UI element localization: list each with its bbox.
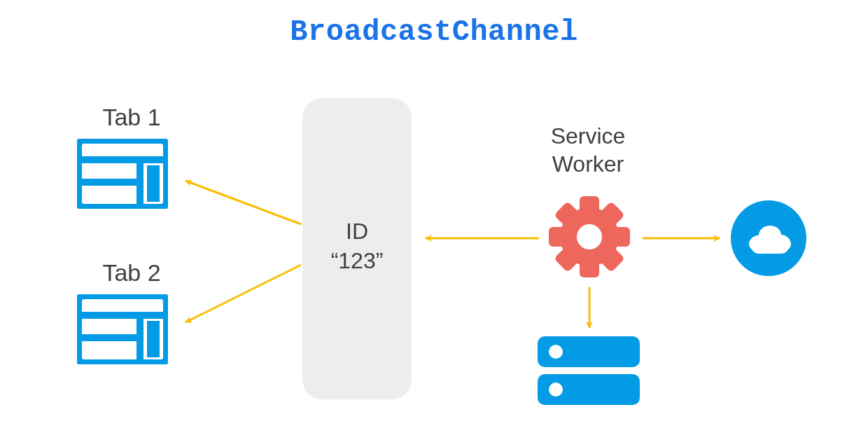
- service-worker-label-line-2: Worker: [552, 151, 624, 177]
- cloud-icon: [731, 200, 806, 276]
- svg-rect-9: [147, 321, 160, 357]
- channel-id-value: “123”: [331, 248, 384, 273]
- title-text: BroadcastChannel: [290, 15, 578, 49]
- svg-rect-4: [147, 165, 160, 202]
- page-title: BroadcastChannel: [0, 15, 868, 49]
- tab-2-label: Tab 2: [90, 259, 174, 287]
- svg-point-28: [549, 383, 563, 397]
- diagram-stage: BroadcastChannel ID “123” Tab 1 Tab 2 Se…: [0, 0, 868, 440]
- service-worker-label: Service Worker: [518, 122, 658, 178]
- svg-point-26: [549, 345, 563, 359]
- arrow-channel-to-tab2: [186, 265, 301, 322]
- gear-icon: [547, 195, 631, 279]
- channel-id-label: ID: [346, 219, 368, 244]
- browser-window-icon: [77, 294, 168, 364]
- service-worker-label-line-1: Service: [551, 123, 626, 149]
- arrow-channel-to-tab1: [186, 181, 301, 224]
- svg-rect-24: [752, 241, 788, 254]
- tab-1-label: Tab 1: [90, 104, 174, 131]
- server-stack-icon: [538, 336, 640, 406]
- svg-point-19: [577, 224, 602, 249]
- browser-window-icon: [77, 139, 168, 209]
- broadcast-channel-label: ID “123”: [302, 217, 412, 275]
